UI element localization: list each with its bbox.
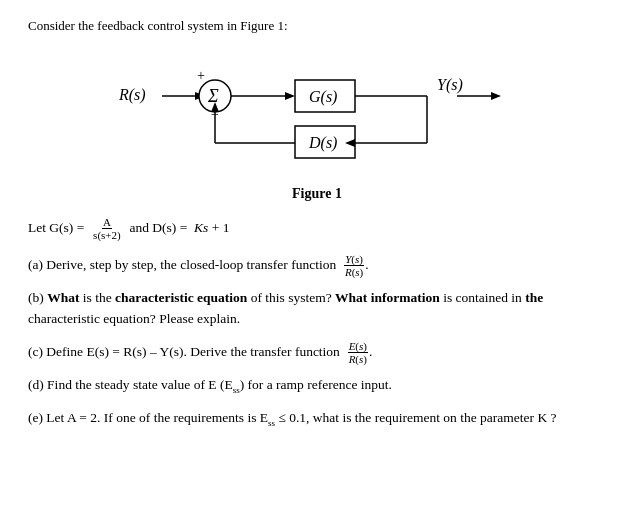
svg-text:D(s): D(s) bbox=[308, 134, 337, 152]
let-line: Let G(s) = A s(s+2) and D(s) = Ks + 1 bbox=[28, 216, 606, 241]
intro-text: Consider the feedback control system in … bbox=[28, 18, 606, 34]
figure-label: Figure 1 bbox=[28, 186, 606, 202]
svg-text:R(s): R(s) bbox=[118, 86, 146, 104]
diagram-container: R(s) + Σ − G(s) Y(s) bbox=[28, 48, 606, 178]
part-c: (c) Define E(s) = R(s) – Y(s). Derive th… bbox=[28, 340, 606, 365]
svg-text:Σ: Σ bbox=[207, 86, 219, 106]
svg-marker-14 bbox=[491, 92, 501, 100]
svg-marker-8 bbox=[285, 92, 295, 100]
svg-text:G(s): G(s) bbox=[309, 88, 337, 106]
svg-text:Y(s): Y(s) bbox=[437, 76, 463, 94]
part-e: (e) Let A = 2. If one of the requirement… bbox=[28, 408, 606, 431]
part-b: (b) What is the characteristic equation … bbox=[28, 288, 606, 330]
part-a: (a) Derive, step by step, the closed-loo… bbox=[28, 253, 606, 278]
svg-text:+: + bbox=[197, 68, 205, 83]
diagram: R(s) + Σ − G(s) Y(s) bbox=[107, 48, 527, 178]
part-d: (d) Find the steady state value of E (Es… bbox=[28, 375, 606, 398]
